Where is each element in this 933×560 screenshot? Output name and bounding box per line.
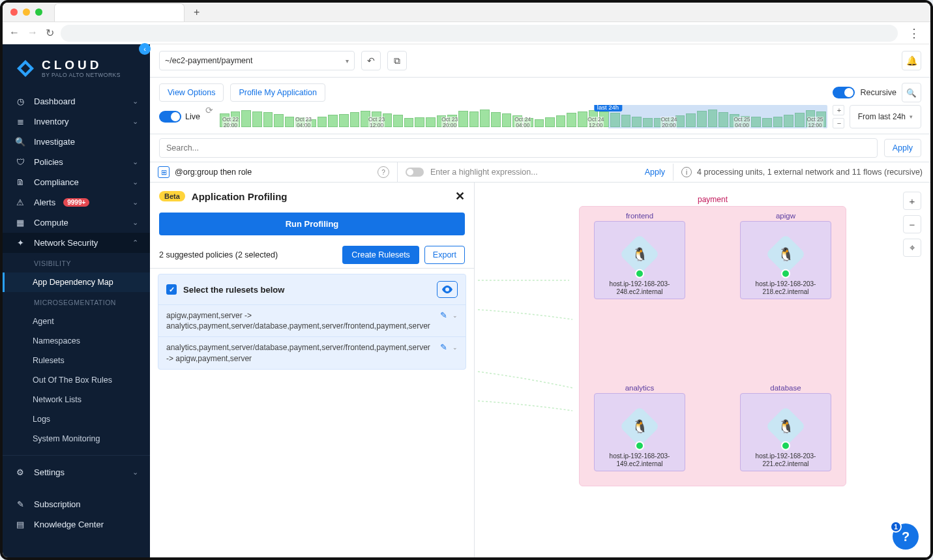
sidebar-item-policies[interactable]: 🛡Policies⌄ [3,152,150,172]
browser-tabs: + [54,3,923,22]
view-options-button[interactable]: View Options [159,83,224,102]
suggested-policies-text: 2 suggested policies (2 selected) [159,250,278,259]
sidebar-item-alerts[interactable]: ⚠Alerts9999+⌄ [3,192,150,213]
address-bar[interactable] [61,25,898,42]
browser-menu-button[interactable]: ⋮ [904,26,924,40]
graph-node-frontend[interactable]: frontend 🐧 host.ip-192-168-203-248.ec2.i… [594,221,685,299]
sidebar-item-subscription[interactable]: ✎Subscription [3,494,150,514]
sidebar-item-settings[interactable]: ⚙Settings⌄ [3,462,150,482]
refresh-button[interactable]: ⟳ [205,105,213,128]
sidebar-item-dashboard[interactable]: ◷Dashboard⌄ [3,91,150,111]
edit-icon[interactable]: ✎ [440,342,447,352]
search-input[interactable] [159,138,878,158]
notifications-button[interactable]: 🔔 [902,51,921,70]
close-window-icon[interactable] [10,8,18,16]
namespace-path-input[interactable]: ~/ec2-payment/payment ▾ [159,51,355,70]
section-microsegmentation: MICROSEGMENTATION [3,292,150,312]
recursive-toggle[interactable] [833,87,855,98]
back-button[interactable]: ← [9,27,20,39]
profile-application-button[interactable]: Profile My Application [230,83,325,102]
group-by-control[interactable]: ⊞ @org:group then role ? [150,162,398,182]
sidebar-item-network-security[interactable]: ✦Network Security⌃ [3,233,150,253]
sidebar-item-app-dependency-map[interactable]: App Dependency Map [3,273,150,292]
undo-button[interactable]: ↶ [361,51,381,70]
graph-node-database[interactable]: database 🐧 host.ip-192-168-203-221.ec2.i… [740,393,831,471]
export-button[interactable]: Export [424,246,465,264]
chevron-down-icon[interactable]: ⌄ [452,344,458,351]
node-host: host.ip-192-168-203-248.ec2.internal [597,280,682,296]
reload-button[interactable]: ↻ [46,27,54,39]
graph-group-payment[interactable]: payment frontend 🐧 host.ip-192-168-203-2… [579,206,846,486]
forward-button[interactable]: → [27,27,38,39]
live-toggle[interactable] [159,111,181,123]
ruleset-text: analytics,payment,server/database,paymen… [166,342,435,363]
timeline-zoom-out[interactable]: − [833,118,844,128]
ruleset-row[interactable]: apigw,payment,server -> analytics,paymen… [158,304,466,336]
chevron-down-icon[interactable]: ⌄ [452,312,458,319]
sidebar-item-network-lists[interactable]: Network Lists [3,390,150,409]
search-apply-button[interactable]: Apply [884,139,921,157]
timeline[interactable]: last 24h Oct 2220:00Oct 2304:00Oct 2312:… [218,105,827,128]
minimize-window-icon[interactable] [23,8,30,16]
dependency-graph[interactable]: + − ⌖ [475,183,930,557]
graph-stats: 4 processing units, 1 external network a… [697,168,923,177]
create-rulesets-button[interactable]: Create Rulesets [342,246,419,264]
sidebar-item-system-monitoring[interactable]: System Monitoring [3,429,150,449]
sidebar-item-namespaces[interactable]: Namespaces [3,331,150,351]
browser-nav: ← → ↻ [9,27,54,39]
list-icon: ≣ [14,117,26,126]
select-all-checkbox[interactable]: ✓ [166,284,177,295]
group-expression: @org:group then role [175,168,252,177]
chevron-down-icon: ▾ [910,113,913,120]
highlight-toggle[interactable] [406,168,424,177]
graph-fit[interactable]: ⌖ [903,239,921,257]
status-badge [635,441,644,450]
graph-node-analytics[interactable]: analytics 🐧 host.ip-192-168-203-149.ec2.… [594,393,685,471]
node-label: apigw [741,212,831,220]
sidebar-item-investigate[interactable]: 🔍Investigate [3,132,150,152]
copy-button[interactable]: ⧉ [387,51,407,70]
new-tab-button[interactable]: + [190,7,203,18]
search-button[interactable]: 🔍 [902,83,921,102]
help-icon[interactable]: ? [378,166,389,178]
brand-logo: CLOUD BY PALO ALTO NETWORKS [3,44,150,89]
sidebar-item-inventory[interactable]: ≣Inventory⌄ [3,111,150,132]
sidebar-collapse-button[interactable]: ‹ [139,43,151,55]
highlight-input[interactable]: Enter a highlight expression... [430,168,638,177]
panel-close-button[interactable]: ✕ [455,189,465,203]
graph-node-apigw[interactable]: apigw 🐧 host.ip-192-168-203-218.ec2.inte… [740,221,831,299]
graph-zoom-in[interactable]: + [903,192,921,210]
browser-urlbar: ← → ↻ ⋮ [3,22,930,44]
compute-icon: ▦ [14,218,26,228]
chevron-down-icon: ⌄ [132,178,138,186]
maximize-window-icon[interactable] [35,8,42,16]
window-controls[interactable] [10,8,42,16]
help-fab[interactable]: ?1 [893,523,919,550]
sidebar-item-knowledge-center[interactable]: ▤Knowledge Center [3,514,150,535]
gear-icon: ⚙ [14,467,26,477]
status-badge [781,441,790,450]
highlight-apply-link[interactable]: Apply [645,168,665,177]
time-range-select[interactable]: From last 24h ▾ [850,105,921,128]
ruleset-text: apigw,payment,server -> analytics,paymen… [166,310,435,331]
rulesets-box: ✓ Select the rulesets below apigw,paymen… [158,274,466,370]
ruleset-row[interactable]: analytics,payment,server/database,paymen… [158,336,466,368]
graph-zoom-out[interactable]: − [903,215,921,233]
run-profiling-button[interactable]: Run Profiling [159,213,465,235]
linux-icon: 🐧 [778,246,794,262]
panel-header: Beta Application Profiling ✕ [150,183,474,210]
chevron-down-icon: ▾ [340,57,349,65]
preview-button[interactable] [437,281,458,298]
sidebar-item-compliance[interactable]: 🗎Compliance⌄ [3,172,150,192]
status-badge [781,269,790,278]
chevron-down-icon: ⌄ [132,468,138,477]
edit-icon[interactable]: ✎ [440,310,447,320]
sidebar-item-agent[interactable]: Agent [3,312,150,331]
timeline-zoom-in[interactable]: + [833,105,844,115]
sidebar-item-ootb-rules[interactable]: Out Of The Box Rules [3,370,150,390]
node-host: host.ip-192-168-203-218.ec2.internal [743,280,828,296]
sidebar-item-logs[interactable]: Logs [3,409,150,429]
browser-tab[interactable] [54,3,185,22]
sidebar-item-rulesets[interactable]: Rulesets [3,351,150,370]
sidebar-item-compute[interactable]: ▦Compute⌄ [3,213,150,233]
